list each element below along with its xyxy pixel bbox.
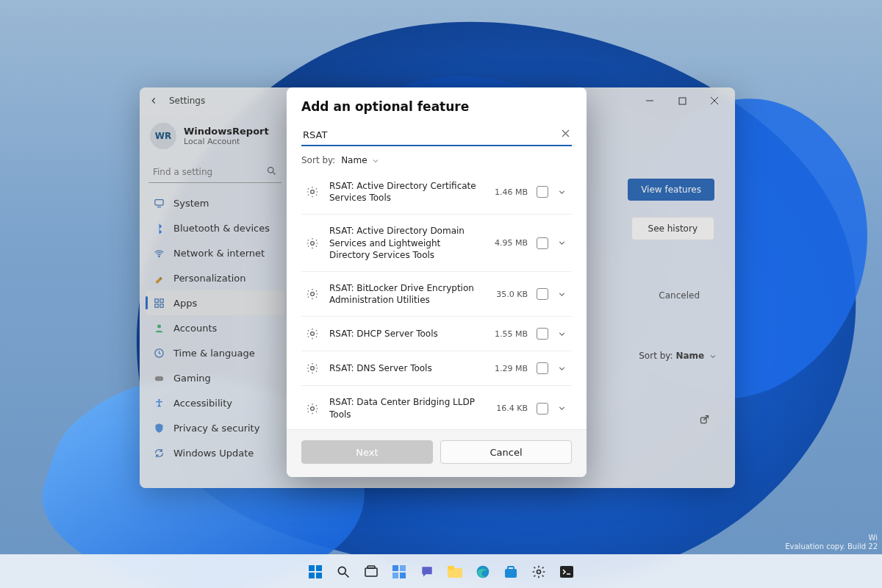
feature-row[interactable]: RSAT: DNS Server Tools1.29 MB bbox=[301, 351, 572, 386]
watermark: Wi Evaluation copy. Build 22 bbox=[785, 534, 878, 551]
taskview-icon[interactable] bbox=[359, 560, 383, 584]
expand-icon[interactable] bbox=[557, 364, 567, 373]
terminal-icon[interactable] bbox=[555, 560, 578, 584]
feature-icon bbox=[306, 237, 320, 250]
feature-size: 4.95 MB bbox=[490, 238, 528, 248]
feature-size: 35.0 KB bbox=[490, 290, 528, 299]
svg-rect-35 bbox=[400, 565, 406, 571]
feature-size: 1.29 MB bbox=[490, 364, 528, 373]
next-button[interactable]: Next bbox=[301, 440, 433, 464]
feature-name: RSAT: DHCP Server Tools bbox=[329, 328, 481, 340]
feature-checkbox[interactable] bbox=[537, 328, 548, 340]
svg-rect-44 bbox=[560, 566, 573, 578]
taskbar bbox=[0, 554, 882, 588]
feature-name: RSAT: BitLocker Drive Encryption Adminis… bbox=[329, 282, 481, 306]
feature-search-input[interactable] bbox=[301, 124, 572, 146]
feature-name: RSAT: DNS Server Tools bbox=[329, 362, 481, 374]
add-optional-feature-dialog: Add an optional feature Sort by: Name RS… bbox=[287, 87, 587, 477]
feature-icon bbox=[306, 185, 320, 198]
expand-icon[interactable] bbox=[557, 290, 567, 299]
feature-checkbox[interactable] bbox=[537, 362, 548, 374]
feature-row[interactable]: RSAT: Active Directory Domain Services a… bbox=[301, 215, 572, 272]
feature-size: 1.55 MB bbox=[490, 329, 528, 339]
svg-rect-37 bbox=[400, 573, 406, 578]
widgets-icon[interactable] bbox=[387, 560, 411, 584]
svg-point-43 bbox=[537, 570, 541, 573]
expand-icon[interactable] bbox=[557, 238, 567, 248]
feature-checkbox[interactable] bbox=[537, 288, 548, 300]
settings-icon[interactable] bbox=[527, 560, 551, 584]
cancel-button[interactable]: Cancel bbox=[440, 440, 572, 464]
feature-size: 1.46 MB bbox=[490, 187, 528, 197]
feature-icon bbox=[306, 402, 320, 415]
feature-row[interactable]: RSAT: Active Directory Certificate Servi… bbox=[301, 170, 572, 215]
expand-icon[interactable] bbox=[557, 404, 567, 413]
expand-icon[interactable] bbox=[557, 329, 567, 339]
feature-row[interactable]: RSAT: BitLocker Drive Encryption Adminis… bbox=[301, 272, 572, 317]
svg-point-30 bbox=[338, 567, 345, 574]
chat-icon[interactable] bbox=[415, 560, 439, 584]
expand-icon[interactable] bbox=[557, 187, 567, 197]
feature-icon bbox=[306, 362, 320, 375]
feature-size: 16.4 KB bbox=[490, 404, 528, 413]
svg-rect-39 bbox=[448, 566, 454, 570]
explorer-icon[interactable] bbox=[443, 560, 467, 584]
clear-search-icon[interactable] bbox=[561, 129, 570, 138]
feature-row[interactable]: RSAT: DHCP Server Tools1.55 MB bbox=[301, 317, 572, 351]
feature-checkbox[interactable] bbox=[537, 237, 548, 249]
search-icon[interactable] bbox=[331, 560, 355, 584]
svg-point-20 bbox=[311, 190, 315, 194]
svg-point-21 bbox=[311, 241, 315, 245]
svg-rect-42 bbox=[508, 567, 514, 570]
svg-point-25 bbox=[311, 406, 315, 410]
svg-rect-36 bbox=[392, 573, 398, 578]
svg-rect-34 bbox=[392, 565, 398, 571]
feature-icon bbox=[306, 327, 320, 340]
dialog-title: Add an optional feature bbox=[301, 99, 572, 114]
feature-name: RSAT: Data Center Bridging LLDP Tools bbox=[329, 396, 481, 420]
feature-name: RSAT: Active Directory Certificate Servi… bbox=[329, 180, 481, 204]
svg-point-24 bbox=[311, 367, 315, 370]
feature-name: RSAT: Active Directory Domain Services a… bbox=[329, 225, 481, 261]
svg-point-23 bbox=[311, 332, 315, 336]
feature-row[interactable]: RSAT: Data Center Bridging LLDP Tools16.… bbox=[301, 386, 572, 429]
feature-checkbox[interactable] bbox=[537, 186, 548, 198]
svg-rect-28 bbox=[309, 573, 315, 578]
store-icon[interactable] bbox=[499, 560, 523, 584]
svg-rect-32 bbox=[365, 568, 377, 576]
edge-icon[interactable] bbox=[471, 560, 495, 584]
svg-line-31 bbox=[345, 573, 349, 577]
feature-icon bbox=[306, 287, 320, 301]
svg-rect-26 bbox=[309, 565, 315, 571]
svg-rect-33 bbox=[368, 566, 375, 568]
start-icon[interactable] bbox=[304, 560, 327, 584]
svg-point-22 bbox=[311, 293, 315, 296]
dialog-sort[interactable]: Sort by: Name bbox=[287, 146, 587, 170]
svg-rect-27 bbox=[316, 565, 322, 571]
svg-rect-29 bbox=[316, 573, 322, 578]
feature-checkbox[interactable] bbox=[537, 403, 548, 415]
